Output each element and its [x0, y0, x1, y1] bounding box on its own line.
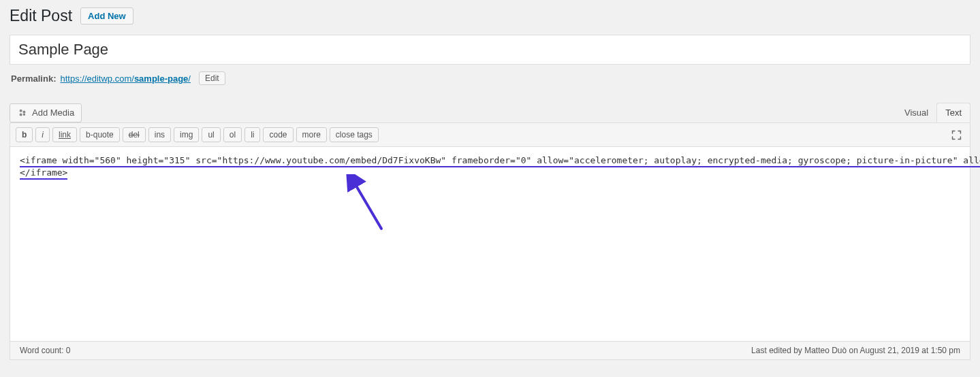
word-count: Word count: 0 — [20, 346, 71, 355]
iframe-code-line-1: <iframe width="560" height="315" src="ht… — [20, 155, 980, 167]
arrow-annotation — [344, 174, 392, 237]
page-title: Edit Post — [10, 7, 72, 25]
quicktag-img[interactable]: img — [174, 127, 199, 142]
permalink-label: Permalink: — [11, 73, 56, 84]
fullscreen-button[interactable] — [949, 127, 964, 145]
add-media-label: Add Media — [32, 108, 74, 118]
editor-container: b i link b-quote del ins img ul ol li co… — [10, 122, 970, 360]
quicktag-del[interactable]: del — [123, 127, 146, 142]
fullscreen-icon — [951, 129, 962, 141]
svg-line-4 — [354, 182, 381, 229]
edit-permalink-button[interactable]: Edit — [199, 71, 225, 85]
quicktag-close[interactable]: close tags — [330, 127, 379, 142]
svg-point-0 — [20, 109, 22, 112]
quicktag-ins[interactable]: ins — [148, 127, 171, 142]
last-edited: Last edited by Matteo Duò on August 21, … — [751, 346, 960, 355]
tab-text[interactable]: Text — [936, 103, 970, 122]
svg-point-2 — [20, 113, 22, 116]
editor-header: Edit Post Add New — [10, 7, 970, 25]
quicktag-code[interactable]: code — [263, 127, 293, 142]
quicktag-ol[interactable]: ol — [223, 127, 242, 142]
add-media-button[interactable]: Add Media — [10, 103, 82, 122]
add-new-button[interactable]: Add New — [80, 7, 133, 24]
iframe-code-line-2: </iframe> — [20, 167, 67, 180]
content-textarea[interactable]: <iframe width="560" height="315" src="ht… — [10, 147, 970, 341]
quicktag-li[interactable]: li — [244, 127, 260, 142]
quicktag-more[interactable]: more — [296, 127, 327, 142]
tab-visual[interactable]: Visual — [896, 103, 936, 122]
quicktags-toolbar: b i link b-quote del ins img ul ol li co… — [10, 123, 970, 147]
quicktag-bold[interactable]: b — [16, 127, 33, 142]
editor-tabs: Visual Text — [896, 103, 970, 123]
post-title-input[interactable] — [10, 35, 970, 65]
permalink-link[interactable]: https://editwp.com/sample-page/ — [60, 73, 191, 84]
permalink-row: Permalink: https://editwp.com/sample-pag… — [10, 65, 970, 92]
quicktag-bquote[interactable]: b-quote — [80, 127, 120, 142]
media-icon — [17, 108, 28, 118]
quicktag-link[interactable]: link — [52, 127, 77, 142]
svg-point-1 — [22, 110, 25, 113]
quicktag-ul[interactable]: ul — [202, 127, 220, 142]
quicktag-italic[interactable]: i — [35, 127, 50, 142]
editor-footer: Word count: 0 Last edited by Matteo Duò … — [10, 341, 970, 359]
